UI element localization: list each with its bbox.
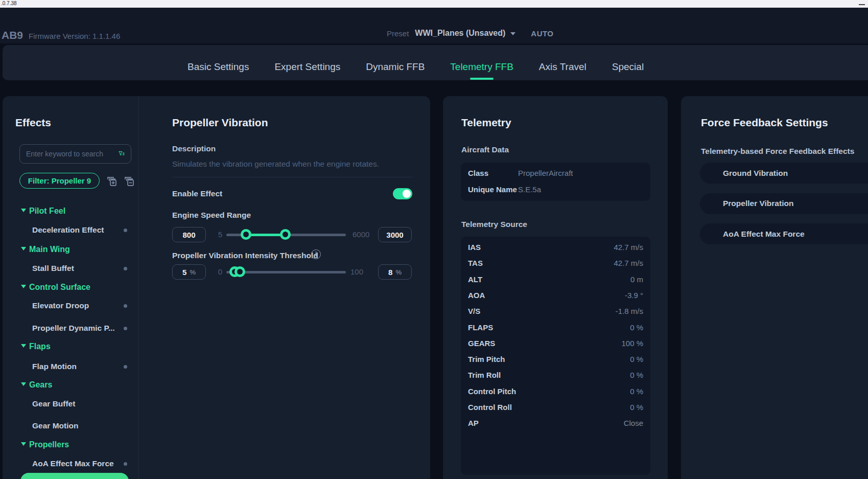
tab-basic-settings[interactable]: Basic Settings: [187, 61, 249, 73]
telemetry-row-label: Control Roll: [468, 403, 512, 412]
description-text: Simulates the vibration generated when t…: [172, 159, 379, 169]
section-divider: [172, 177, 412, 177]
telemetry-row-control-roll: Control Roll0 %: [461, 403, 650, 413]
effect-detail-title: Propeller Vibration: [172, 117, 268, 129]
tree-item-aoa-effect-max-force[interactable]: AoA Effect Max Force: [3, 459, 138, 470]
telemetry-row-value: 42.7 m/s: [614, 243, 643, 252]
effect-active-dot: [124, 327, 127, 330]
aircraft-data-box: ClassPropellerAircraftUnique NameS.E.5a: [461, 163, 650, 201]
aircraft-data-label: Aircraft Data: [461, 145, 509, 154]
preset-selector[interactable]: Preset WWI_Planes (Unsaved) AUTO: [387, 29, 554, 38]
tree-item-label: Gear Motion: [32, 421, 78, 431]
telemetry-row-trim-roll: Trim Roll0 %: [461, 371, 650, 381]
telemetry-row-value: 0 m: [630, 275, 643, 284]
auto-button[interactable]: AUTO: [531, 29, 553, 38]
telemetry-row-value: 0 %: [630, 371, 643, 379]
tree-item-gear-motion[interactable]: Gear Motion: [3, 421, 138, 432]
filter-chip[interactable]: Filter: Propeller 9: [19, 173, 100, 189]
threshold-handle-high[interactable]: [234, 266, 245, 277]
tree-category-propellers[interactable]: Propellers: [3, 440, 138, 451]
chevron-down-icon[interactable]: [510, 32, 515, 35]
tree-item-flap-motion[interactable]: Flap Motion: [3, 361, 138, 373]
ffb-item-ground-vibration[interactable]: Ground Vibration: [700, 163, 868, 184]
tree-category-control-surface[interactable]: Control Surface: [3, 282, 138, 293]
telemetry-row-value: Close: [624, 419, 643, 427]
telemetry-row-value: -3.9 °: [625, 291, 643, 300]
ffb-item-label: Propeller Vibration: [723, 199, 793, 208]
ffb-item-label: Ground Vibration: [723, 169, 788, 178]
telemetry-row-value: -1.8 m/s: [616, 307, 643, 315]
telemetry-row-value: 0 %: [630, 387, 643, 396]
engine-speed-min-label: 5: [209, 230, 222, 239]
minimize-icon[interactable]: [859, 4, 865, 5]
tree-category-label: Main Wing: [29, 244, 70, 255]
tab-telemetry-ffb[interactable]: Telemetry FFB: [450, 61, 513, 73]
ffb-item-aoa-effect-max-force[interactable]: AoA Effect Max Force: [700, 223, 868, 244]
telemetry-row-trim-pitch: Trim Pitch0 %: [461, 355, 650, 365]
tree-item-label: Elevator Droop: [32, 301, 89, 311]
engine-speed-high-input[interactable]: 3000: [378, 227, 412, 242]
threshold-low-input[interactable]: 5 %: [172, 264, 206, 280]
tree-item-deceleration-effect[interactable]: Deceleration Effect: [3, 225, 138, 236]
enable-effect-toggle[interactable]: [393, 188, 412, 199]
aircraft-row-unique-name: Unique NameS.E.5a: [461, 185, 650, 195]
tree-item-label: Stall Buffet: [32, 263, 74, 273]
collapse-triangle-icon[interactable]: [21, 344, 26, 348]
engine-speed-handle-high[interactable]: [280, 229, 291, 240]
info-icon[interactable]: i: [311, 249, 321, 259]
collapse-all-icon[interactable]: [124, 176, 135, 187]
tab-expert-settings[interactable]: Expert Settings: [274, 61, 340, 73]
telemetry-row-label: ALT: [468, 275, 482, 284]
tree-category-gears[interactable]: Gears: [3, 380, 138, 391]
enable-effect-label: Enable Effect: [172, 189, 222, 198]
telemetry-row-value: 0 %: [630, 403, 643, 412]
telemetry-row-v-s: V/S-1.8 m/s: [461, 307, 650, 317]
collapse-triangle-icon[interactable]: [21, 382, 26, 386]
ffb-settings-panel: Force Feedback Settings Telemetry-based …: [681, 96, 868, 479]
effect-active-dot: [124, 229, 127, 232]
effect-search-box: [19, 144, 131, 164]
preset-value[interactable]: WWI_Planes (Unsaved): [415, 29, 505, 38]
tab-axis-travel[interactable]: Axis Travel: [539, 61, 587, 73]
effect-active-dot: [124, 267, 127, 270]
collapse-triangle-icon[interactable]: [21, 247, 26, 250]
engine-speed-handle-low[interactable]: [241, 229, 251, 240]
tree-item-elevator-droop[interactable]: Elevator Droop: [3, 301, 138, 312]
threshold-high-input[interactable]: 8 %: [378, 264, 412, 280]
telemetry-row-value: 42.7 m/s: [614, 259, 643, 267]
telemetry-row-ias: IAS42.7 m/s: [461, 243, 650, 253]
tab-special[interactable]: Special: [612, 61, 644, 73]
collapse-triangle-icon[interactable]: [21, 442, 26, 446]
search-input[interactable]: [26, 150, 119, 158]
tree-category-main-wing[interactable]: Main Wing: [3, 244, 138, 256]
ffb-item-label: AoA Effect Max Force: [723, 230, 805, 239]
tree-category-label: Control Surface: [29, 282, 90, 292]
telemetry-row-label: IAS: [468, 243, 481, 252]
app-header: AB9 Firmware Version: 1.1.1.46 Preset WW…: [0, 8, 868, 43]
filter-funnel-icon[interactable]: [119, 149, 125, 158]
tree-category-flaps[interactable]: Flaps: [3, 341, 138, 353]
tree-item-stall-buffet[interactable]: Stall Buffet: [3, 263, 138, 275]
tree-item-label: AoA Effect Max Force: [32, 459, 114, 469]
telemetry-source-box: IAS42.7 m/sTAS42.7 m/sALT0 mAOA-3.9 °V/S…: [461, 237, 650, 475]
telemetry-row-label: FLAPS: [468, 323, 493, 332]
collapse-triangle-icon[interactable]: [21, 209, 26, 212]
tab-dynamic-ffb[interactable]: Dynamic FFB: [366, 61, 425, 73]
expand-all-icon[interactable]: [106, 176, 118, 187]
telemetry-row-flaps: FLAPS0 %: [461, 323, 650, 333]
tree-item-selected[interactable]: [20, 473, 129, 479]
telemetry-title: Telemetry: [461, 117, 511, 129]
tree-item-propeller-dynamic-p[interactable]: Propeller Dynamic P...: [3, 323, 138, 334]
app-window: { "titlebar": { "version": ".0.7.38" }, …: [0, 0, 868, 479]
telemetry-row-ap: APClose: [461, 419, 650, 429]
telemetry-row-alt: ALT0 m: [461, 275, 650, 285]
collapse-triangle-icon[interactable]: [21, 285, 26, 288]
tab-bar-tabs: Basic SettingsExpert SettingsDynamic FFB…: [187, 45, 644, 80]
engine-speed-low-input[interactable]: 800: [172, 227, 206, 242]
threshold-max-label: 100: [350, 267, 363, 276]
telemetry-row-control-pitch: Control Pitch0 %: [461, 387, 650, 397]
tree-item-gear-buffet[interactable]: Gear Buffet: [3, 399, 138, 410]
ffb-item-propeller-vibration[interactable]: Propeller Vibration: [700, 193, 868, 214]
telemetry-row-value: 100 %: [621, 339, 643, 348]
tree-category-pilot-feel[interactable]: Pilot Feel: [3, 206, 138, 217]
